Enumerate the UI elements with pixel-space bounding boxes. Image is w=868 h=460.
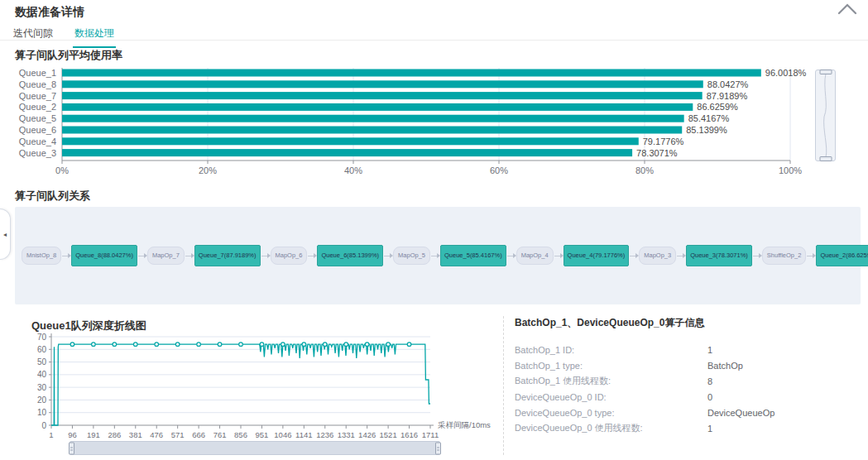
bar-value-label: 88.0427% <box>707 79 749 89</box>
line-x-tick: 1141 <box>295 430 312 439</box>
line-x-tick: 1711 <box>422 430 439 439</box>
bar-category-label: Queue_3 <box>19 148 56 158</box>
bar-chart-vertical-datazoom-slider[interactable] <box>815 69 836 161</box>
bar-category-label: Queue_7 <box>19 91 56 101</box>
flow-connector-arrow <box>261 256 270 256</box>
queue1-depth-line-chart[interactable]: 0102030405060701961912863814765716667618… <box>23 329 501 441</box>
line-data-marker[interactable] <box>323 343 327 347</box>
line-x-tick: 1 <box>49 430 53 439</box>
operator-info-title: BatchOp_1、DeviceQueueOp_0算子信息 <box>515 316 862 330</box>
operator-info-rows: BatchOp_1 ID:1BatchOp_1 type:BatchOpBatc… <box>515 342 862 436</box>
chevron-up-icon[interactable] <box>837 2 858 17</box>
datazoom-handle-left[interactable] <box>69 442 74 454</box>
tab-iteration-gap[interactable]: 迭代间隙 <box>12 23 55 48</box>
bar-Queue_3[interactable] <box>62 149 632 156</box>
line-data-marker[interactable] <box>197 343 201 347</box>
flow-connector-arrow <box>507 256 516 256</box>
line-x-tick: 1236 <box>316 430 333 439</box>
queue-usage-bar-chart[interactable]: 0%20%40%60%80%100%Queue_196.0018%Queue_8… <box>15 66 809 177</box>
bar-value-label: 86.6259% <box>697 102 738 112</box>
line-data-marker[interactable] <box>175 343 180 347</box>
flow-panel-collapse-handle[interactable]: ◂ <box>0 208 11 260</box>
line-data-marker[interactable] <box>302 343 306 347</box>
datazoom-handle-top[interactable] <box>819 69 832 74</box>
bar-x-tick: 60% <box>490 165 508 175</box>
line-data-marker[interactable] <box>407 343 411 347</box>
line-data-marker[interactable] <box>365 343 369 347</box>
info-row: DeviceQueueOp_0 使用线程数:1 <box>515 420 862 436</box>
flow-node-MapOp_4[interactable]: MapOp_4 <box>516 247 554 265</box>
bar-Queue_8[interactable] <box>62 80 703 88</box>
flow-node-row: MnistOp_8Queue_8(88.0427%)MapOp_7Queue_7… <box>15 207 861 304</box>
flow-connector-arrow <box>677 256 685 256</box>
line-x-tick: 571 <box>171 430 185 439</box>
info-row-label: DeviceQueueOp_0 type: <box>515 408 707 418</box>
line-y-tick: 60 <box>37 345 47 354</box>
line-data-marker[interactable] <box>281 343 285 347</box>
flow-node-MnistOp_8[interactable]: MnistOp_8 <box>22 247 61 265</box>
flow-node-Queue_2[interactable]: Queue_2(86.6259%) <box>816 245 868 266</box>
tab-bar: 迭代间隙 数据处理 <box>12 23 116 48</box>
flow-node-MapOp_5[interactable]: MapOp_5 <box>393 247 430 265</box>
flow-node-MapOp_7[interactable]: MapOp_7 <box>147 247 185 265</box>
line-data-marker[interactable] <box>386 343 391 347</box>
line-x-tick: 951 <box>256 430 269 439</box>
line-data-marker[interactable] <box>155 343 159 347</box>
line-chart-horizontal-datazoom-slider[interactable] <box>70 441 440 455</box>
bar-Queue_4[interactable] <box>62 137 639 145</box>
info-row-label: DeviceQueueOp_0 使用线程数: <box>515 422 707 434</box>
bar-category-label: Queue_6 <box>19 125 56 135</box>
line-data-marker[interactable] <box>113 343 117 347</box>
line-data-marker[interactable] <box>218 343 222 347</box>
info-row-value: 8 <box>707 376 712 386</box>
bar-category-label: Queue_4 <box>19 137 56 146</box>
line-data-marker[interactable] <box>260 343 264 347</box>
line-data-marker[interactable] <box>344 343 348 347</box>
line-data-marker[interactable] <box>70 343 74 347</box>
info-row-value: BatchOp <box>707 361 743 371</box>
bar-x-tick: 0% <box>55 165 69 175</box>
flow-connector-arrow <box>431 256 439 256</box>
info-row: DeviceQueueOp_0 type:DeviceQueueOp <box>515 405 862 420</box>
line-y-tick: 40 <box>37 370 47 379</box>
flow-node-Queue_8[interactable]: Queue_8(88.0427%) <box>71 245 137 266</box>
bar-Queue_6[interactable] <box>62 127 682 134</box>
info-row-label: BatchOp_1 ID: <box>515 345 707 355</box>
line-data-marker[interactable] <box>133 343 137 347</box>
line-y-tick: 0 <box>41 421 46 430</box>
line-x-tick: 1426 <box>358 430 376 439</box>
datazoom-handle-bottom[interactable] <box>819 156 832 161</box>
bar-Queue_5[interactable] <box>62 115 684 122</box>
flow-connector-arrow <box>308 256 316 256</box>
flow-node-Queue_4[interactable]: Queue_4(79.1776%) <box>563 245 630 266</box>
line-y-tick: 30 <box>37 383 47 392</box>
line-data-marker[interactable] <box>92 343 96 347</box>
line-x-tick: 1521 <box>380 430 397 439</box>
operator-info-panel: BatchOp_1、DeviceQueueOp_0算子信息 BatchOp_1 … <box>515 316 862 436</box>
flow-node-MapOp_6[interactable]: MapOp_6 <box>271 247 308 265</box>
flow-node-Queue_3[interactable]: Queue_3(78.3071%) <box>686 245 752 266</box>
flow-connector-arrow <box>630 256 638 256</box>
flow-node-Queue_5[interactable]: Queue_5(85.4167%) <box>440 245 506 266</box>
flow-node-MapOp_3[interactable]: MapOp_3 <box>639 247 676 265</box>
bar-Queue_1[interactable] <box>62 69 761 77</box>
info-row-value: 1 <box>707 345 712 355</box>
flow-node-Queue_6[interactable]: Queue_6(85.1399%) <box>317 245 383 266</box>
flow-node-Queue_7[interactable]: Queue_7(87.9189%) <box>194 245 261 266</box>
line-y-tick: 20 <box>37 395 47 405</box>
info-row: BatchOp_1 使用线程数:8 <box>515 373 862 389</box>
line-x-tick: 381 <box>129 430 142 439</box>
flow-connector-arrow <box>138 256 146 256</box>
line-data-marker[interactable] <box>239 343 243 347</box>
bar-Queue_2[interactable] <box>62 103 693 111</box>
info-row: DeviceQueueOp_0 ID:0 <box>515 389 862 405</box>
flow-node-ShuffleOp_2[interactable]: ShuffleOp_2 <box>762 247 807 265</box>
line-x-axis-label: 采样间隔/10ms <box>438 420 491 429</box>
line-y-tick: 10 <box>37 408 47 417</box>
bar-value-label: 96.0018% <box>765 68 807 78</box>
bar-Queue_7[interactable] <box>62 92 703 99</box>
queue-depth-line-series[interactable] <box>51 344 430 425</box>
datazoom-handle-right[interactable] <box>435 442 441 454</box>
info-row: BatchOp_1 type:BatchOp <box>515 357 862 373</box>
tab-data-processing[interactable]: 数据处理 <box>73 23 116 48</box>
